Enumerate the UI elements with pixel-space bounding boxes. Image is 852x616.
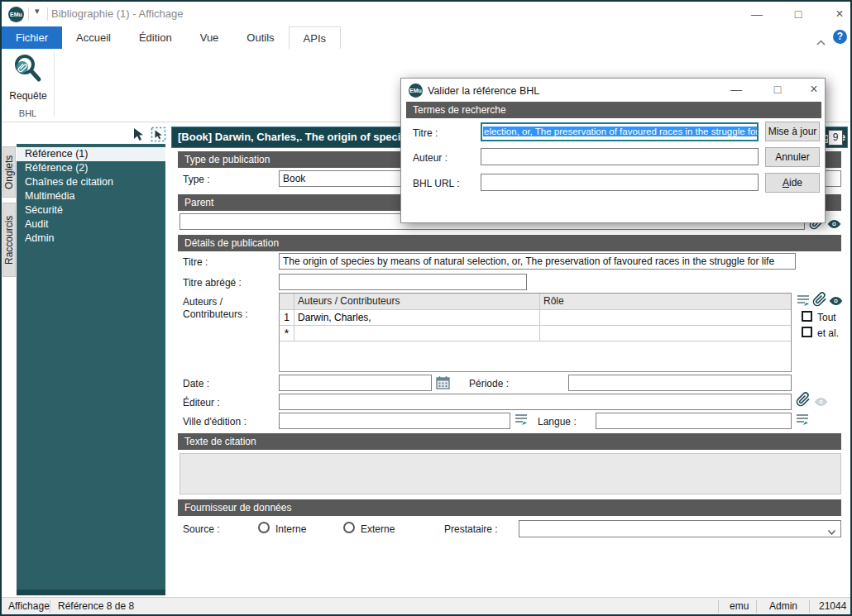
periode-input[interactable]: [568, 375, 792, 391]
sidebar-item-reference-1[interactable]: Référence (1): [17, 147, 165, 161]
source-label: Source :: [183, 523, 220, 535]
quick-access-dropdown-icon[interactable]: ▾: [35, 6, 40, 17]
query-icon: [12, 74, 45, 88]
ribbon-group-label-bhl: BHL: [2, 108, 54, 118]
annuler-button[interactable]: Annuler: [765, 147, 820, 167]
statusbar-divider: [50, 600, 50, 613]
parent-visibility-icon[interactable]: [827, 217, 841, 232]
help-icon[interactable]: ?: [833, 30, 847, 44]
table-row[interactable]: 1 Darwin, Charles,: [280, 310, 791, 326]
ville-edition-input[interactable]: [279, 413, 510, 429]
dialog-bhl-url-label: BHL URL :: [413, 178, 459, 189]
row-number: 1: [280, 310, 294, 325]
sidebar-tab-raccourcis[interactable]: Raccourcis: [2, 203, 16, 277]
externe-radio-label: Externe: [361, 523, 395, 535]
status-mode: Affichage: [8, 600, 50, 612]
tab-sidebar: Référence (1) Référence (2) Chaînes de c…: [17, 144, 165, 595]
titre-label: Titre :: [183, 256, 208, 268]
ribbon-group-divider: [54, 52, 55, 117]
titlebar-divider: [28, 7, 29, 21]
mise-a-jour-button[interactable]: Mise à jour: [765, 122, 820, 141]
dialog-auteur-label: Auteur :: [413, 152, 448, 164]
dialog-section-header: Termes de recherche: [406, 102, 821, 118]
titlebar-divider: [47, 7, 48, 21]
maximize-button[interactable]: □: [786, 5, 811, 23]
tout-checkbox[interactable]: [802, 311, 812, 322]
editeur-attachment-icon[interactable]: [796, 392, 811, 410]
tab-edition[interactable]: Édition: [125, 26, 186, 49]
tab-apis[interactable]: APIs: [289, 26, 341, 49]
new-row-marker-icon: *: [280, 326, 294, 341]
interne-radio[interactable]: [258, 522, 270, 533]
status-record-position: Référence 8 de 8: [58, 600, 134, 612]
tab-outils[interactable]: Outils: [232, 26, 288, 49]
tab-accueil[interactable]: Accueil: [62, 26, 125, 49]
dialog-close-button[interactable]: ×: [802, 80, 826, 98]
select-mode-icon[interactable]: [151, 127, 166, 146]
dialog-title: Valider la référence BHL: [428, 85, 539, 97]
texte-citation-textarea: [179, 453, 841, 494]
author-cell[interactable]: Darwin, Charles,: [294, 310, 540, 325]
etal-checkbox-label: et al.: [817, 327, 839, 339]
externe-radio[interactable]: [343, 522, 355, 533]
ville-lookup-icon[interactable]: [515, 413, 528, 429]
sidebar-item-chaines-de-citation[interactable]: Chaînes de citation: [17, 175, 165, 189]
close-button[interactable]: ×: [827, 5, 852, 23]
role-cell[interactable]: [540, 310, 791, 325]
sidebar-item-reference-2[interactable]: Référence (2): [17, 161, 165, 175]
prestataire-label: Prestataire :: [444, 523, 498, 535]
editeur-input[interactable]: [279, 394, 792, 410]
ribbon-tab-bar: Fichier Accueil Édition Vue Outils APIs: [2, 26, 850, 49]
titre-abrege-label: Titre abrégé :: [183, 277, 242, 289]
minimize-button[interactable]: —: [744, 5, 769, 23]
tab-vue[interactable]: Vue: [186, 26, 233, 49]
langue-input[interactable]: [596, 413, 792, 429]
auteurs-visibility-icon[interactable]: [829, 294, 843, 309]
selected-text: election, or, The preservation of favour…: [483, 127, 759, 136]
window-title: Bibliographie (1) - Affichage: [51, 7, 183, 20]
sidebar-item-admin[interactable]: Admin: [17, 232, 165, 246]
ville-edition-label: Ville d'édition :: [183, 416, 247, 427]
app-window: EMu ▾ Bibliographie (1) - Affichage — □ …: [0, 0, 852, 616]
etal-checkbox[interactable]: [802, 327, 812, 337]
table-row[interactable]: *: [280, 326, 791, 341]
role-cell[interactable]: [540, 326, 791, 341]
sidebar-item-securite[interactable]: Sécurité: [17, 203, 165, 217]
periode-label: Période :: [469, 378, 509, 389]
tout-checkbox-label: Tout: [817, 312, 836, 323]
date-input[interactable]: [279, 375, 432, 391]
sidebar-item-multimedia[interactable]: Multimédia: [17, 189, 165, 203]
dialog-bhl-url-input[interactable]: [481, 174, 759, 191]
dialog-auteur-input[interactable]: [481, 148, 759, 165]
editeur-label: Éditeur :: [183, 397, 220, 408]
dialog-minimize-button[interactable]: —: [724, 80, 749, 98]
titre-input[interactable]: The origin of species by means of natura…: [279, 253, 796, 270]
statusbar-divider: [756, 600, 757, 613]
editeur-visibility-icon[interactable]: [814, 395, 828, 410]
sidebar-tab-onglets[interactable]: Onglets: [2, 146, 16, 198]
aide-button[interactable]: Aide: [765, 173, 820, 193]
tab-fichier[interactable]: Fichier: [2, 26, 62, 49]
statusbar-divider: [718, 600, 719, 613]
combo-arrow-icon: [827, 525, 836, 537]
dialog-titre-input[interactable]: election, or, The preservation of favour…: [481, 122, 759, 141]
dialog-maximize-button[interactable]: □: [765, 80, 790, 98]
prestataire-select[interactable]: [519, 520, 841, 537]
auteurs-table-corner: [280, 294, 294, 309]
titre-abrege-input[interactable]: [279, 274, 527, 290]
requete-button[interactable]: Requête: [7, 52, 50, 105]
pointer-icon[interactable]: [132, 127, 145, 146]
author-cell[interactable]: [294, 326, 540, 341]
dialog-titre-label: Titre :: [413, 127, 438, 139]
calendar-icon[interactable]: [436, 375, 450, 393]
auteurs-lookup-icon[interactable]: [797, 294, 810, 310]
sidebar-item-audit[interactable]: Audit: [17, 217, 165, 232]
auteurs-attachment-icon[interactable]: [812, 292, 827, 310]
auteurs-column-header: Auteurs / Contributeurs: [294, 294, 540, 309]
langue-lookup-icon[interactable]: [796, 413, 809, 429]
auteurs-table-header-row: Auteurs / Contributeurs Rôle: [280, 294, 791, 310]
ribbon-collapse-icon[interactable]: [816, 35, 826, 50]
auteurs-table[interactable]: Auteurs / Contributeurs Rôle 1 Darwin, C…: [279, 293, 792, 372]
type-label: Type :: [183, 174, 210, 185]
section-header-details: Détails de publication: [178, 235, 841, 251]
